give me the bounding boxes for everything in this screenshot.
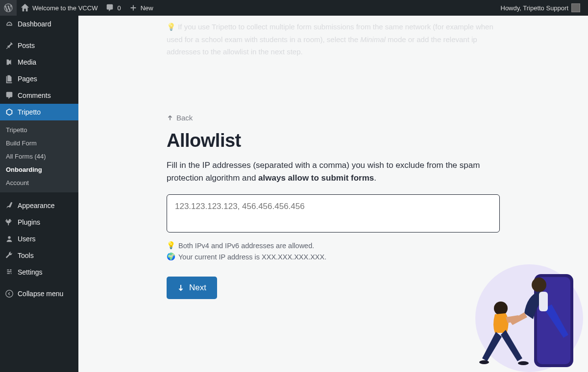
pin-icon [5,41,14,50]
menu-label: Tools [18,252,34,259]
menu-tools[interactable]: Tools [0,247,78,264]
menu-label: Comments [18,92,51,99]
page-title: Allowlist [167,130,500,151]
user-account-link[interactable]: Howdy, Tripetto Support [497,0,585,16]
menu-comments[interactable]: Comments [0,87,78,104]
main-content: 💡 If you use Tripetto to collect multipl… [78,16,588,372]
brush-icon [5,201,14,210]
collapse-icon [5,289,14,298]
menu-label: Pages [18,75,37,83]
menu-appearance[interactable]: Appearance [0,197,78,214]
svg-rect-5 [539,292,548,311]
submenu-all-forms[interactable]: All Forms (44) [0,150,78,163]
comments-link[interactable]: 0 [101,0,124,16]
dashboard-icon [5,20,14,28]
new-label: New [141,4,153,12]
home-icon [21,3,29,12]
allowlist-ip-input[interactable] [167,194,500,232]
menu-pages[interactable]: Pages [0,70,78,87]
plus-icon [129,3,138,12]
next-label: Next [189,283,206,293]
arrow-up-icon [167,115,173,121]
svg-point-6 [494,302,508,315]
plugin-icon [5,218,14,227]
comment-icon [5,91,14,100]
comments-count: 0 [117,4,121,12]
menu-users[interactable]: Users [0,231,78,247]
arrow-down-icon [177,284,184,292]
svg-point-7 [479,360,489,364]
menu-label: Posts [18,42,35,49]
site-title: Welcome to the VCCW [32,4,98,12]
wrench-icon [5,251,14,260]
menu-settings[interactable]: Settings [0,264,78,280]
menu-posts[interactable]: Posts [0,37,78,54]
menu-label: Collapse menu [18,290,63,298]
site-home-link[interactable]: Welcome to the VCCW [17,0,101,16]
svg-point-8 [518,361,529,365]
menu-dashboard[interactable]: Dashboard [0,16,78,32]
media-icon [5,58,14,67]
tripetto-icon [5,108,14,116]
menu-label: Dashboard [18,20,51,28]
svg-rect-3 [537,277,570,364]
submenu-account[interactable]: Account [0,176,78,189]
new-content-link[interactable]: New [125,0,157,16]
hint-current-ip: 🌍 Your current IP address is XXX.XXX.XXX… [167,253,500,261]
settings-icon [5,268,14,277]
menu-label: Users [18,235,36,243]
pages-icon [5,74,14,83]
bulb-icon: 💡 [167,241,175,250]
howdy-text: Howdy, Tripetto Support [501,4,569,12]
submenu-build-form[interactable]: Build Form [0,137,78,150]
svg-rect-2 [534,274,573,367]
svg-point-4 [532,278,546,292]
admin-sidebar: Dashboard Posts Media Pages Comments Tri… [0,16,78,372]
wp-logo[interactable] [0,0,17,16]
collapse-menu[interactable]: Collapse menu [0,285,78,302]
wordpress-icon [4,3,13,12]
menu-label: Tripetto [18,108,41,116]
menu-media[interactable]: Media [0,54,78,70]
back-label: Back [176,114,193,122]
menu-label: Appearance [18,202,55,209]
menu-plugins[interactable]: Plugins [0,214,78,231]
user-avatar [571,3,580,12]
comment-icon [105,3,114,12]
menu-label: Media [18,58,36,66]
globe-icon: 🌍 [167,253,175,261]
submenu-onboarding[interactable]: Onboarding [0,163,78,176]
users-icon [5,234,14,243]
hint-ipv4-ipv6: 💡 Both IPv4 and IPv6 addresses are allow… [167,241,500,250]
submenu-tripetto[interactable]: Tripetto [0,123,78,137]
admin-toolbar: Welcome to the VCCW 0 New Howdy, Tripett… [0,0,588,16]
menu-label: Settings [18,268,43,276]
tripetto-submenu: Tripetto Build Form All Forms (44) Onboa… [0,120,78,192]
previous-step-text: 💡 If you use Tripetto to collect multipl… [167,16,500,60]
svg-point-0 [6,290,13,297]
menu-tripetto[interactable]: Tripetto [0,104,78,120]
page-description: Fill in the IP addresses (separated with… [167,159,500,185]
back-link[interactable]: Back [167,114,193,122]
menu-label: Plugins [18,218,40,226]
next-button[interactable]: Next [167,277,217,299]
